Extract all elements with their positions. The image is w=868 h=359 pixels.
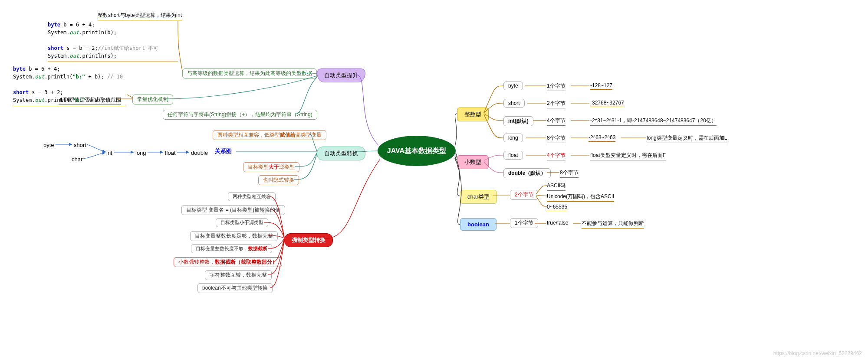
fc-l5: 目标变量整数长度不够，数据截断 bbox=[191, 244, 272, 253]
int-short-range: -32768~32767 bbox=[590, 100, 624, 107]
ac-l2: 关系图 bbox=[215, 147, 232, 155]
watermark: https://blog.csdn.net/weixin_52229462 bbox=[773, 350, 862, 356]
fc-l1: 两种类型相互兼容 bbox=[228, 192, 276, 201]
dec-double: double（默认） bbox=[503, 168, 551, 178]
fc-l2: 目标类型 变量名 = (目标类型)被转换的值 bbox=[181, 205, 285, 215]
int-long-range: -2^63~2^63 bbox=[589, 134, 615, 142]
int-byte: byte bbox=[503, 82, 523, 90]
int-int-range: -2^31~2^31-1，即-2147483648~2147483647（20亿… bbox=[590, 117, 717, 126]
dec-float-note: float类型变量定义时，需在后面F bbox=[590, 152, 666, 160]
fc-l4: 目标变量整数长度足够，数据完整 bbox=[190, 231, 278, 241]
flow-long: long bbox=[135, 150, 146, 156]
char-size: 2个字节 bbox=[510, 190, 538, 200]
cat-autoconvert: 自动类型转换 bbox=[317, 147, 365, 160]
int-int: int(默认) bbox=[503, 116, 533, 126]
flow-short: short bbox=[74, 142, 86, 148]
mindmap-canvas: JAVA基本数据类型 整数型 小数型 char类型 boolean byte 1… bbox=[0, 0, 868, 359]
ac-l1: 两种类型相互兼容，低类型赋值给高类型变量 bbox=[213, 130, 326, 140]
cat-forceconvert: 强制类型转换 bbox=[284, 233, 333, 247]
root-label: JAVA基本数据类型 bbox=[387, 147, 446, 156]
int-long: long bbox=[503, 134, 523, 142]
code2: byte b = 6 + 4; System.out.println("b:" … bbox=[13, 65, 126, 106]
flow-int: int bbox=[106, 150, 112, 156]
char-d2: Unicode(万国码)，包含ASCII bbox=[547, 193, 614, 202]
ac-l3: 目标类型大于源类型 bbox=[243, 162, 299, 172]
cat-boolean: boolean bbox=[460, 218, 496, 231]
ac-l4: 也叫隐式转换 bbox=[258, 175, 299, 185]
root-node: JAVA基本数据类型 bbox=[378, 136, 456, 166]
dec-float-size: 4个字节 bbox=[547, 152, 566, 160]
bool-v: true/false bbox=[547, 220, 568, 227]
flow-float: float bbox=[165, 150, 176, 156]
flow-byte: byte bbox=[43, 142, 54, 148]
fc-l8: boolean不可与其他类型转换 bbox=[197, 283, 273, 293]
flow-char: char bbox=[72, 156, 82, 163]
fc-l3: 目标类型小于源类型 bbox=[216, 218, 268, 227]
cat-integer: 整数型 bbox=[457, 108, 489, 121]
int-long-note: long类型变量定义时，需在后面加L bbox=[647, 134, 727, 143]
ap-topnote: 整数short与byte类型运算，结果为int bbox=[98, 12, 182, 20]
char-d1: ASCII码 bbox=[547, 182, 566, 191]
int-short-size: 2个字节 bbox=[547, 100, 566, 108]
cat-decimal: 小数型 bbox=[457, 155, 489, 169]
dec-float: float bbox=[503, 151, 523, 160]
ap-l1: 与高等级的数据类型运算，结果为此高等级的类型数据 bbox=[182, 69, 317, 78]
int-byte-range: -128~127 bbox=[590, 82, 612, 90]
dec-double-size: 8个字节 bbox=[560, 169, 579, 178]
cat-autopromote: 自动类型提升 bbox=[317, 69, 365, 82]
int-int-size: 4个字节 bbox=[547, 117, 566, 126]
int-short: short bbox=[503, 99, 525, 108]
fc-l7: 字符整数互转，数据完整 bbox=[205, 270, 272, 280]
ap-l2: 常量优化机制 bbox=[132, 95, 173, 104]
fc-l6: 小数强转整数，数据截断（截取整数部分） bbox=[174, 257, 282, 267]
char-d3: 0~65535 bbox=[547, 204, 567, 211]
bool-note: 不能参与运算，只能做判断 bbox=[582, 220, 644, 228]
cat-char: char类型 bbox=[460, 190, 497, 204]
code1: byte b = 6 + 4; System.out.println(b); s… bbox=[48, 21, 178, 62]
flow-double: double bbox=[191, 150, 208, 156]
int-byte-size: 1个字节 bbox=[547, 82, 566, 91]
int-long-size: 8个字节 bbox=[547, 134, 566, 143]
bool-size: 1个字节 bbox=[510, 218, 538, 228]
ap-l3: 任何字符与字符串(String)拼接（+），结果均为字符串（String) bbox=[163, 110, 317, 120]
